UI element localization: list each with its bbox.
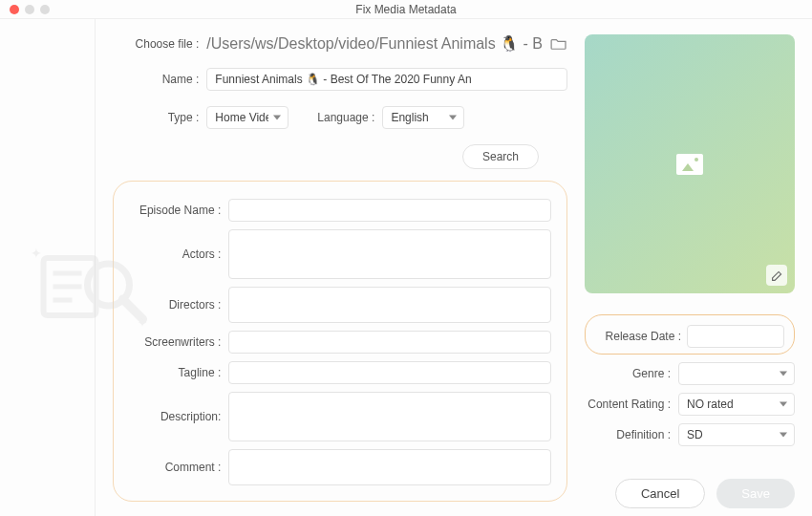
description-label: Description: xyxy=(129,410,221,423)
details-panel: Episode Name : Actors : Directors : Scre… xyxy=(113,181,567,502)
type-select[interactable]: Home Vide… xyxy=(206,106,288,129)
genre-select[interactable] xyxy=(678,362,795,385)
name-input[interactable] xyxy=(206,68,567,91)
language-label: Language : xyxy=(317,111,374,124)
content-rating-label: Content Rating : xyxy=(585,398,671,411)
genre-label: Genre : xyxy=(585,367,671,380)
svg-text:✦: ✦ xyxy=(31,246,42,261)
directors-input[interactable] xyxy=(228,287,551,323)
release-panel: Release Date : xyxy=(585,314,795,355)
footer-buttons: Cancel Save xyxy=(585,454,795,508)
search-button[interactable]: Search xyxy=(462,144,539,169)
definition-label: Definition : xyxy=(585,428,671,441)
left-column: ✦ ✦ xyxy=(0,19,96,516)
search-illustration-icon: ✦ ✦ xyxy=(24,239,153,334)
poster-preview xyxy=(585,34,795,293)
window-title: Fix Media Metadata xyxy=(0,3,812,16)
titlebar: Fix Media Metadata xyxy=(0,0,812,19)
image-placeholder-icon xyxy=(676,154,703,175)
episode-name-input[interactable] xyxy=(228,199,551,222)
main-column: Choose file : /Users/ws/Desktop/video/Fu… xyxy=(96,19,812,516)
file-path-text: /Users/ws/Desktop/video/Funniest Animals… xyxy=(206,34,543,53)
svg-text:✦: ✦ xyxy=(138,316,147,330)
language-select[interactable]: English xyxy=(382,106,464,129)
screenwriters-label: Screenwriters : xyxy=(129,335,221,349)
definition-select[interactable]: SD xyxy=(678,423,795,446)
side-column: Release Date : Genre : Content Rating : … xyxy=(585,34,795,508)
edit-poster-button[interactable] xyxy=(766,265,787,286)
description-input[interactable] xyxy=(228,392,551,441)
content: ✦ ✦ Choose file : /Users/ws/Desktop/vide… xyxy=(0,19,812,516)
tagline-input[interactable] xyxy=(228,361,551,384)
choose-file-label: Choose file : xyxy=(113,37,199,51)
screenwriters-input[interactable] xyxy=(228,331,551,354)
comment-label: Comment : xyxy=(129,461,221,474)
name-label: Name : xyxy=(113,73,199,86)
comment-input[interactable] xyxy=(228,449,551,485)
side-meta: Genre : Content Rating : NO rated Defini… xyxy=(585,355,795,454)
folder-open-icon[interactable] xyxy=(550,37,567,51)
content-rating-select[interactable]: NO rated xyxy=(678,393,795,416)
release-date-label: Release Date : xyxy=(595,330,681,343)
form-area: Choose file : /Users/ws/Desktop/video/Fu… xyxy=(113,34,567,508)
tagline-label: Tagline : xyxy=(129,366,221,379)
actors-input[interactable] xyxy=(228,229,551,279)
episode-name-label: Episode Name : xyxy=(129,204,221,217)
cancel-button[interactable]: Cancel xyxy=(615,479,705,508)
pencil-icon xyxy=(771,269,783,282)
release-date-input[interactable] xyxy=(687,325,784,348)
save-button[interactable]: Save xyxy=(716,479,795,508)
top-form: Choose file : /Users/ws/Desktop/video/Fu… xyxy=(113,34,567,177)
type-label: Type : xyxy=(113,111,199,124)
